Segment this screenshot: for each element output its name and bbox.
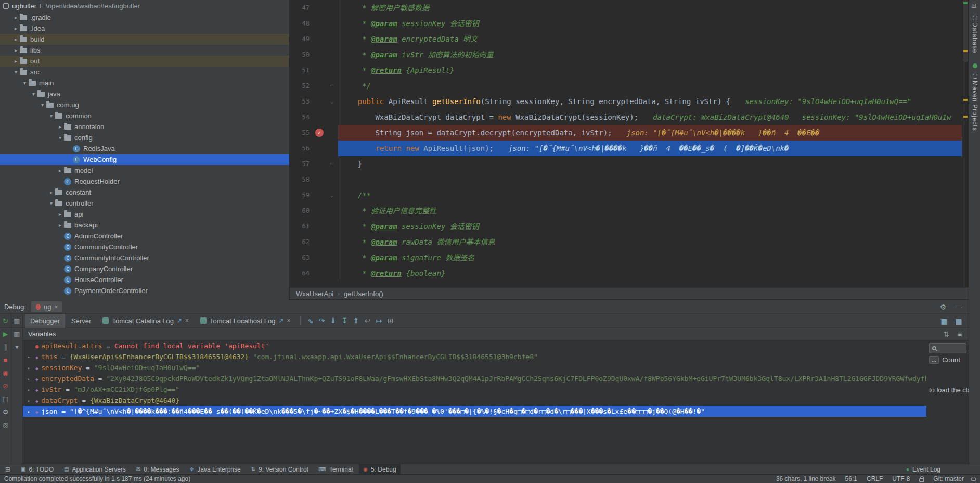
tab-tomcat-catalina-log[interactable]: Tomcat Catalina Log ↗ × xyxy=(97,314,194,328)
status-line-ending[interactable]: CRLF xyxy=(867,475,883,482)
resume-icon[interactable]: ▶ xyxy=(1,328,11,339)
editor-line-55[interactable]: 55✓ String json = dataCrypt.decrypt(encr… xyxy=(290,125,962,141)
breakpoint-gutter[interactable] xyxy=(314,78,326,94)
tree-item-src[interactable]: ▾src xyxy=(0,67,289,78)
thread-dump-icon[interactable]: ▤ xyxy=(1,393,11,404)
status-encoding[interactable]: UTF-8 xyxy=(892,475,910,482)
tab-tomcat-localhost-log[interactable]: Tomcat Localhost Log ↗ × xyxy=(195,314,296,328)
editor-line-53[interactable]: 53⌄ public ApiResult getUserInfo(String … xyxy=(290,94,962,109)
breakpoint-gutter[interactable] xyxy=(314,156,326,172)
variable-row-sessionkey[interactable]: ▸sessionKey = "9slO4wHeiOD+uqIaH0u1wQ==" xyxy=(23,362,926,373)
toolwindow-button-terminal[interactable]: ⌨Terminal xyxy=(314,464,357,475)
rerun-icon[interactable]: ↻ xyxy=(1,315,11,326)
force-step-into-icon[interactable]: ↧ xyxy=(339,315,351,326)
chevron-down-icon[interactable]: ▾ xyxy=(47,113,55,119)
close-icon[interactable]: × xyxy=(185,317,189,324)
pause-icon[interactable]: ∥ xyxy=(1,341,11,352)
chevron-right-icon[interactable]: ▸ xyxy=(47,189,55,195)
tree-item-requestholder[interactable]: CRequestHolder xyxy=(0,176,289,187)
step-over-icon[interactable]: ↷ xyxy=(316,315,328,326)
expand-arrow-icon[interactable]: ▸ xyxy=(25,409,33,414)
expand-arrow-icon[interactable]: ▸ xyxy=(25,387,33,392)
fold-marker-icon[interactable]: ⌄ xyxy=(326,94,338,109)
chevron-down-icon[interactable]: ▾ xyxy=(47,200,55,206)
breakpoint-gutter[interactable] xyxy=(314,219,326,234)
tree-item-redisjava[interactable]: CRedisJava xyxy=(0,143,289,154)
editor-line-50[interactable]: 50 * @param ivStr 加密算法的初始向量 xyxy=(290,47,962,62)
editor-line-59[interactable]: 59⌄ /** xyxy=(290,187,962,203)
toolwindow-button-application-servers[interactable]: ▤Application Servers xyxy=(60,464,130,475)
editor-line-52[interactable]: 52⌐ */ xyxy=(290,78,962,94)
memory-filter-button[interactable]: ... xyxy=(929,356,939,364)
editor-line-63[interactable]: 63 * @param signature 数据签名 xyxy=(290,250,962,265)
editor-line-56[interactable]: 56 return new ApiResult(json);json: "[�˝… xyxy=(290,141,962,156)
tab-server[interactable]: Server xyxy=(66,314,96,328)
tree-item-controller[interactable]: ▾controller xyxy=(0,198,289,209)
tree-item-common[interactable]: ▾common xyxy=(0,110,289,121)
editor-line-64[interactable]: 64 * @return {boolean} xyxy=(290,265,962,281)
toolwindow-button-6-todo[interactable]: ▣6: TODO xyxy=(17,464,58,475)
toolwindow-button-event-log[interactable]: ● Event Log xyxy=(906,466,940,473)
breakpoint-gutter[interactable]: ✓ xyxy=(314,125,326,141)
tree-item-backapi[interactable]: ▸backapi xyxy=(0,220,289,231)
expand-arrow-icon[interactable]: ▸ xyxy=(25,376,33,382)
breakpoint-gutter[interactable] xyxy=(314,172,326,187)
breakpoint-gutter[interactable] xyxy=(314,203,326,219)
tree-item-java[interactable]: ▾java xyxy=(0,88,289,99)
memory-count-header[interactable]: Count xyxy=(942,356,960,364)
fold-marker-icon[interactable]: ⌄ xyxy=(326,187,338,203)
pin-icon[interactable]: ◎ xyxy=(1,420,11,430)
variable-row-this[interactable]: ▸this = {WxaUserApi$$EnhancerByCGLIB$$31… xyxy=(23,351,926,362)
tool-stripe-database[interactable]: Database xyxy=(969,16,980,53)
breakpoint-gutter[interactable] xyxy=(314,31,326,47)
pin-tabs-icon[interactable]: ▤ xyxy=(953,315,964,327)
mute-breakpoints-icon[interactable]: ⊘ xyxy=(1,380,11,391)
toolwindow-button-9-version-control[interactable]: ⇅9: Version Control xyxy=(247,464,313,475)
memory-search-input[interactable] xyxy=(929,343,966,353)
variable-row-encrypteddata[interactable]: ▸encryptedData = "2Xy042J8O5C9qpckdPRoWD… xyxy=(23,373,926,384)
breakpoint-gutter[interactable] xyxy=(314,187,326,203)
breakpoint-gutter[interactable] xyxy=(314,109,326,125)
expand-arrow-icon[interactable]: ▸ xyxy=(25,398,33,403)
chevron-right-icon[interactable]: ▸ xyxy=(12,36,20,42)
editor-line-47[interactable]: 47 * 解密用户敏感数据 xyxy=(290,0,962,16)
drop-frame-icon[interactable]: ↩ xyxy=(362,315,373,326)
debug-session-tab[interactable]: ug × xyxy=(31,301,62,312)
run-to-cursor-icon[interactable]: ↦ xyxy=(373,315,385,326)
tool-stripe-status-icon[interactable] xyxy=(969,63,980,68)
tree-item-communitycontroller[interactable]: CCommunityController xyxy=(0,242,289,252)
chevron-down-icon[interactable]: ▾ xyxy=(21,80,29,86)
variable-row-datacrypt[interactable]: ▸dataCrypt = {WxaBizDataCrypt@4640} xyxy=(23,395,926,406)
tool-stripe-maven[interactable]: Maven Projects xyxy=(969,74,980,131)
status-caret-position[interactable]: 56:1 xyxy=(845,475,857,482)
breakpoint-gutter[interactable] xyxy=(314,94,326,109)
status-vcs-branch[interactable]: Git: master xyxy=(933,475,964,482)
editor-line-54[interactable]: 54 WxaBizDataCrypt dataCrypt = new WxaBi… xyxy=(290,109,962,125)
evaluate-expression-icon[interactable]: ⊞ xyxy=(385,315,396,326)
chevron-right-icon[interactable]: ▸ xyxy=(56,168,64,173)
toolwindow-button-0-messages[interactable]: ✉0: Messages xyxy=(132,464,183,475)
variable-row-ivstr[interactable]: ▸ivStr = "mJ/oAX+mCC2iXDjfGp0Plg==" xyxy=(23,384,926,395)
breakpoint-gutter[interactable] xyxy=(314,141,326,156)
fold-marker-icon[interactable]: ⌐ xyxy=(326,78,338,94)
restore-layout-icon[interactable]: ▦ xyxy=(938,315,950,327)
chevron-right-icon[interactable]: ▸ xyxy=(12,15,20,20)
tree-item-idea[interactable]: ▸.idea xyxy=(0,23,289,34)
restore-layout-icon[interactable]: ▦ xyxy=(12,315,22,326)
scrollbar-thumb[interactable] xyxy=(963,0,968,62)
toolwindow-button-java-enterprise[interactable]: ❖Java Enterprise xyxy=(185,464,244,475)
notifications-icon[interactable] xyxy=(971,477,976,481)
breakpoint-gutter[interactable] xyxy=(314,0,326,16)
variables-menu-icon[interactable]: ≡ xyxy=(954,328,965,340)
tree-item-annotaion[interactable]: ▸annotaion xyxy=(0,121,289,132)
toolwindow-switcher-icon[interactable]: ⊞ xyxy=(3,466,12,473)
breakpoint-gutter[interactable] xyxy=(314,265,326,281)
tree-item-webconfig[interactable]: CWebConfig xyxy=(0,154,289,165)
tree-item-model[interactable]: ▸model xyxy=(0,165,289,176)
tree-item-admincontroller[interactable]: CAdminController xyxy=(0,231,289,242)
tree-item-api[interactable]: ▸api xyxy=(0,209,289,220)
show-execution-point-icon[interactable]: ⇘ xyxy=(305,315,316,326)
breakpoint-gutter[interactable] xyxy=(314,234,326,250)
breakpoint-gutter[interactable] xyxy=(314,47,326,62)
tree-item-paymentordercontroller[interactable]: CPaymentOrderController xyxy=(0,285,289,296)
